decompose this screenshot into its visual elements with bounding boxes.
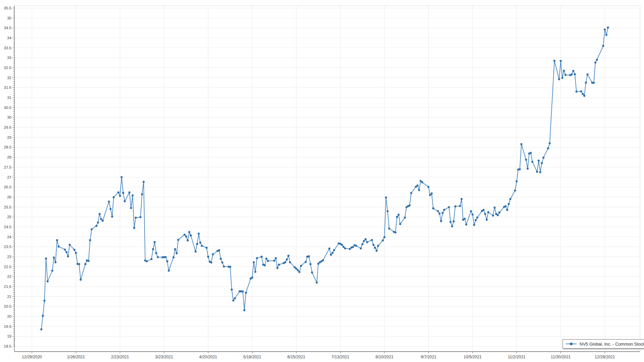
y-axis-tick-label: 31.5: [4, 85, 11, 89]
y-axis-tick-label: 25: [7, 215, 11, 219]
y-axis-tick-label: 30: [7, 115, 11, 119]
y-axis-tick-label: 32: [7, 76, 11, 80]
x-axis-tick-label: 4/20/2021: [199, 355, 217, 359]
y-axis-tick-label: 33: [7, 56, 11, 60]
y-axis-tick-label: 26.5: [4, 185, 11, 189]
x-axis-tick-label: 5/18/2021: [243, 355, 261, 359]
x-axis-tick-label: 1/26/2021: [67, 355, 85, 359]
y-axis-tick-label: 27: [7, 175, 11, 179]
series-marker-icon: [566, 342, 577, 346]
x-axis-tick-label: 8/10/2021: [375, 355, 393, 359]
x-axis-tick-label: 9/7/2021: [421, 355, 436, 359]
y-axis-tick-label: 21.5: [4, 285, 11, 289]
x-axis-tick-label: 6/15/2021: [287, 355, 306, 359]
x-axis-tick-label: 7/13/2021: [331, 355, 350, 359]
y-axis-tick-label: 27.5: [4, 165, 11, 169]
y-axis-tick-label: 28: [7, 155, 11, 159]
y-axis-tick-label: 28.5: [4, 145, 11, 149]
y-axis-tick-label: 18.5: [4, 344, 11, 348]
x-axis-tick-label: 12/28/2021: [595, 355, 615, 359]
y-axis-tick-label: 24.5: [4, 225, 11, 229]
y-axis-tick-label: 29.5: [4, 125, 11, 129]
y-axis-tick-label: 35: [7, 16, 11, 20]
x-axis-tick-label: 10/5/2021: [464, 355, 482, 359]
y-axis-tick-label: 19.5: [4, 324, 11, 328]
legend[interactable]: NV5 Global, Inc. - Common Stock: [562, 339, 644, 349]
y-axis-tick-label: 26: [7, 195, 11, 199]
y-axis-tick-label: 23.5: [4, 245, 11, 249]
y-axis-tick-label: 22: [7, 275, 11, 279]
x-axis-tick-label: 2/23/2021: [111, 355, 129, 359]
y-axis-tick-label: 25.5: [4, 205, 11, 209]
y-axis-tick-label: 20.5: [4, 304, 11, 308]
y-axis-tick-label: 23: [7, 255, 11, 259]
x-axis-tick-label: 11/2/2021: [508, 355, 526, 359]
x-axis-tick-label: 12/29/2020: [22, 355, 42, 359]
x-axis-tick-label: 11/30/2021: [551, 355, 571, 359]
y-axis-tick-label: 20: [7, 314, 11, 318]
y-axis-tick-label: 33.5: [4, 46, 11, 50]
y-axis-tick-label: 29: [7, 135, 11, 139]
y-axis-tick-label: 34: [7, 36, 11, 40]
legend-series-label: NV5 Global, Inc. - Common Stock: [580, 342, 644, 347]
y-axis-tick-label: 19: [7, 334, 11, 338]
y-axis-tick-label: 31: [7, 96, 11, 100]
y-axis-tick-label: 21: [7, 295, 11, 299]
chart-plot-area: 18.51919.52020.52121.52222.52323.52424.5…: [0, 0, 644, 362]
stock-price-chart: 18.51919.52020.52121.52222.52323.52424.5…: [0, 0, 644, 362]
y-axis-tick-label: 32.5: [4, 66, 11, 70]
y-axis-tick-label: 22.5: [4, 265, 11, 269]
y-axis-tick-label: 24: [7, 235, 11, 239]
y-axis-tick-label: 30.5: [4, 106, 11, 110]
y-axis-tick-label: 34.5: [4, 26, 11, 30]
y-axis-tick-label: 35.5: [4, 6, 11, 10]
x-axis-tick-label: 3/23/2021: [155, 355, 173, 359]
